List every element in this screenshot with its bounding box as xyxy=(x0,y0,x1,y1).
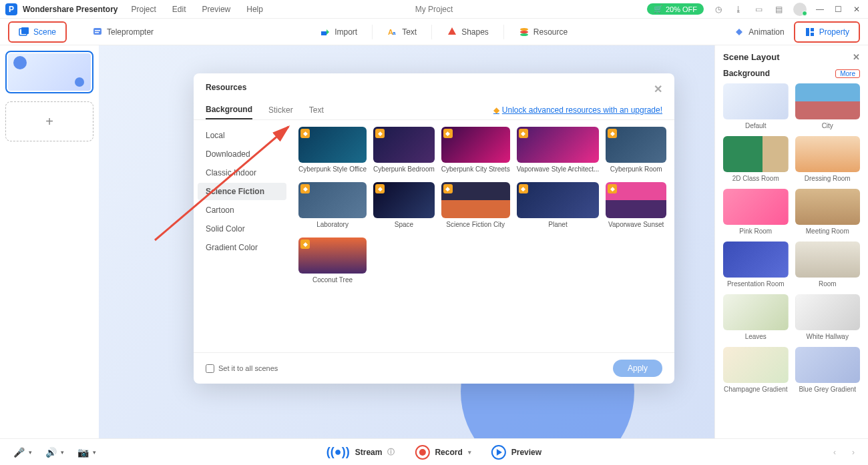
resource-thumb: ◆ xyxy=(517,127,600,163)
add-slide-button[interactable]: + xyxy=(5,101,93,141)
premium-badge-icon: ◆ xyxy=(375,129,385,138)
scene-button[interactable]: Scene xyxy=(8,21,67,43)
menu-preview[interactable]: Preview xyxy=(202,5,231,14)
bg-thumb xyxy=(795,347,861,383)
bg-thumb xyxy=(723,347,789,383)
category-local[interactable]: Local xyxy=(198,127,286,144)
set-all-input[interactable] xyxy=(206,364,214,373)
scene-icon xyxy=(19,27,29,37)
slide-thumb-1[interactable]: 1 xyxy=(5,51,93,93)
clock-icon[interactable]: ◷ xyxy=(713,4,724,15)
property-button[interactable]: Property xyxy=(794,21,860,43)
resource-item-9[interactable]: ◆Vaporwave Sunset xyxy=(606,182,666,228)
bg-item-6[interactable]: Presentation Room xyxy=(723,242,789,288)
resource-item-10[interactable]: ◆Coconut Tree xyxy=(298,238,367,284)
bg-item-8[interactable]: Leaves xyxy=(723,294,789,340)
resource-item-1[interactable]: ◆Cyberpunk Bedroom xyxy=(373,127,435,173)
tab-background[interactable]: Background xyxy=(206,101,252,119)
bg-item-10[interactable]: Champagne Gradient xyxy=(723,347,789,393)
resource-item-8[interactable]: ◆Planet xyxy=(517,182,600,228)
record-button[interactable]: Record ▾ xyxy=(415,445,471,460)
property-icon xyxy=(805,27,815,37)
bg-item-3[interactable]: Dressing Room xyxy=(795,136,861,182)
bg-label: Presentation Room xyxy=(723,280,789,288)
resource-thumb: ◆ xyxy=(373,182,435,218)
more-button[interactable]: More xyxy=(835,69,860,78)
bg-item-7[interactable]: Room xyxy=(795,242,861,288)
text-icon: Aa xyxy=(387,27,398,37)
resource-thumb: ◆ xyxy=(441,182,510,218)
category-solid-color[interactable]: Solid Color xyxy=(198,220,286,238)
avatar[interactable] xyxy=(793,3,807,16)
menu-project[interactable]: Project xyxy=(132,5,156,14)
category-gradient-color[interactable]: Gradient Color xyxy=(198,239,286,256)
animation-label: Animation xyxy=(748,27,784,37)
feedback-icon[interactable]: ▤ xyxy=(773,4,784,15)
menu-help[interactable]: Help xyxy=(246,5,263,14)
bg-item-1[interactable]: City xyxy=(795,83,861,129)
resource-thumb: ◆ xyxy=(441,127,510,163)
bg-item-2[interactable]: 2D Class Room xyxy=(723,136,789,182)
minimize-icon[interactable]: — xyxy=(816,5,825,14)
resource-button[interactable]: Resource xyxy=(509,23,577,41)
import-label: Import xyxy=(335,27,357,37)
bg-item-4[interactable]: Pink Room xyxy=(723,189,789,235)
resources-modal: Resources ✕ Background Sticker Text ◆ Un… xyxy=(194,73,674,384)
menu-edit[interactable]: Edit xyxy=(172,5,186,14)
svg-point-10 xyxy=(520,33,528,36)
teleprompter-icon xyxy=(92,27,103,37)
modal-title: Resources xyxy=(206,83,246,95)
category-classic-indoor[interactable]: Classic Indoor xyxy=(198,164,286,181)
next-slide-button[interactable]: › xyxy=(852,448,855,457)
bg-label: Meeting Room xyxy=(795,227,861,235)
bg-item-5[interactable]: Meeting Room xyxy=(795,189,861,235)
bg-item-11[interactable]: Blue Grey Gradient xyxy=(795,347,861,393)
maximize-icon[interactable]: ☐ xyxy=(835,5,844,14)
category-science-fiction[interactable]: Science Fiction xyxy=(198,183,286,200)
modal-close-icon[interactable]: ✕ xyxy=(654,83,662,95)
category-downloaded[interactable]: Downloaded xyxy=(198,145,286,163)
scene-label: Scene xyxy=(33,27,56,37)
resource-label: Cyberpunk Bedroom xyxy=(373,165,435,173)
cart-icon: 🛒 xyxy=(654,5,663,13)
text-button[interactable]: Aa Text xyxy=(378,23,426,41)
svg-rect-2 xyxy=(93,28,101,35)
bottom-bar: 🎤▾ 🔊▾ 📷▾ ((●)) Stream ⓘ Record ▾ Preview… xyxy=(0,438,868,465)
resource-item-3[interactable]: ◆Vaporwave Style Architect... xyxy=(517,127,600,173)
shapes-button[interactable]: Shapes xyxy=(437,23,498,41)
bg-thumb xyxy=(795,294,861,330)
mic-control[interactable]: 🎤▾ xyxy=(13,447,32,458)
upgrade-link[interactable]: ◆ Unlock advanced resources with an upgr… xyxy=(493,105,662,115)
tab-sticker[interactable]: Sticker xyxy=(268,101,293,119)
chat-icon[interactable]: ▭ xyxy=(753,4,764,15)
camera-control[interactable]: 📷▾ xyxy=(77,447,96,458)
speaker-icon: 🔊 xyxy=(45,447,57,458)
premium-badge-icon: ◆ xyxy=(608,184,617,193)
resource-label: Cyberpunk Style Office xyxy=(298,165,367,173)
preview-button[interactable]: Preview xyxy=(491,445,541,460)
bg-item-0[interactable]: Default xyxy=(723,83,789,129)
category-cartoon[interactable]: Cartoon xyxy=(198,201,286,219)
apply-button[interactable]: Apply xyxy=(613,360,662,377)
speaker-control[interactable]: 🔊▾ xyxy=(45,447,64,458)
import-button[interactable]: Import xyxy=(310,23,367,41)
stream-button[interactable]: ((●)) Stream ⓘ xyxy=(327,445,395,460)
tab-text[interactable]: Text xyxy=(309,101,324,119)
resource-item-7[interactable]: ◆Science Fiction City xyxy=(441,182,510,228)
close-icon[interactable]: ✕ xyxy=(853,5,863,14)
bg-item-9[interactable]: White Hallway xyxy=(795,294,861,340)
animation-button[interactable]: Animation xyxy=(724,23,793,41)
inbox-icon[interactable]: ⭳ xyxy=(733,4,744,15)
prev-slide-button[interactable]: ‹ xyxy=(833,448,836,457)
resource-item-0[interactable]: ◆Cyberpunk Style Office xyxy=(298,127,367,173)
resource-item-6[interactable]: ◆Space xyxy=(373,182,435,228)
resource-item-4[interactable]: ◆Cyberpunk Room xyxy=(606,127,666,173)
offer-badge[interactable]: 🛒 20% OFF xyxy=(647,3,704,15)
resource-item-2[interactable]: ◆Cyberpunk City Streets xyxy=(441,127,510,173)
resource-item-5[interactable]: ◆Laboratory xyxy=(298,182,367,228)
bg-label: Leaves xyxy=(723,333,789,340)
plus-icon: + xyxy=(45,114,53,129)
teleprompter-button[interactable]: Teleprompter xyxy=(83,23,163,41)
set-all-checkbox[interactable]: Set it to all scenes xyxy=(206,364,278,373)
panel-close-icon[interactable]: ✕ xyxy=(853,52,860,62)
